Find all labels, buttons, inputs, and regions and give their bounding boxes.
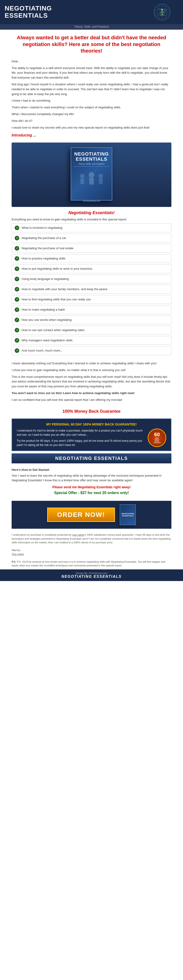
svg-rect-12 [80, 178, 84, 184]
more-p2: I show you how to gain negotiating skill… [12, 368, 171, 373]
order-now-button[interactable]: ORDER NOW! [47, 508, 115, 522]
check-icon: ✓ [15, 266, 19, 271]
check-icon: ✓ [15, 277, 19, 281]
order-area: ORDER NOW! NegotiatingEssentials [12, 501, 171, 529]
check-icon: ✓ [15, 348, 19, 353]
check-icon: ✓ [15, 328, 19, 332]
more-content: I leave absolutely nothing out! Everythi… [0, 359, 183, 407]
warmly-label: Warmly, [12, 548, 171, 552]
fine-print-p1: I understand my purchase is completely p… [12, 533, 171, 544]
globe-icon [146, 3, 178, 21]
letter-p6: How did I do it? [12, 119, 171, 124]
check-icon: ✓ [15, 226, 19, 230]
checklist-item: ✓ What is involved in negotiating [12, 223, 171, 232]
checklist-item: ✓ How to practice negotiating skills [12, 254, 171, 263]
order-book-cover-small: NegotiatingEssentials [120, 504, 136, 525]
check-icon: ✓ [15, 307, 19, 312]
checklist-item: ✓ Using body language in negotiating [12, 275, 171, 283]
check-icon: ✓ [15, 287, 19, 291]
guarantee-title: 100% Money Back Guarantee [63, 409, 120, 414]
book-cover-title: Negotiating Essentials [71, 148, 112, 163]
guarantee-box-text: I understand it's hard to decide to make… [17, 428, 144, 447]
checklist-text-1: What is involved in negotiating [22, 226, 63, 229]
letter-p3: I knew I had to do something. [12, 99, 171, 103]
header-title-block: Negotiating Essentials [5, 5, 52, 19]
check-icon: ✓ [15, 318, 19, 322]
more-p3: This is the most comprehensive report on… [12, 375, 171, 389]
checklist-text-7: How to negotiate with your family member… [22, 287, 107, 291]
checklist-item: ✓ How to find negotiating skills that yo… [12, 295, 171, 304]
checklist-item: ✓ How you use words when negotiating [12, 315, 171, 325]
cta-special-offer: Special Offer - $37 for next 20 orders o… [12, 491, 171, 495]
checklist-item: ✓ How to negotiate with your family memb… [12, 285, 171, 294]
product-title-text: Negotiating Essentials! [68, 210, 115, 215]
checklist-item: ✓ And much much, much more... [12, 346, 171, 355]
guarantee-box: MY PERSONAL 60 DAY 100% MONEY BACK GUARA… [12, 418, 171, 451]
checklist-text-5: How to put negotiating skills to work in… [22, 267, 92, 270]
checklist-item: ✓ Negotiating the purchase of a car [12, 234, 171, 242]
page-footer: Design By: PcheGroup.com Negotiating Ess… [0, 570, 183, 581]
checklist-text-9: How to make negotiating a habit [22, 308, 65, 311]
salutation: Dear , [12, 59, 171, 64]
book-cover-subtitle: Theory, Skills, and Practices [71, 163, 112, 165]
svg-rect-14 [89, 178, 94, 185]
checklist-text-12: Why managers need negotiation skills [22, 339, 73, 342]
guarantee-section: 100% Money Back Guarantee [0, 407, 183, 416]
cta-text: Yes! I want to learn the secrets of nego… [12, 473, 171, 483]
book-cover-divider [74, 166, 109, 167]
checklist-item: ✓ How to make negotiating a habit [12, 305, 171, 314]
ps-text: P.S. P.S. You'll be amazed at how simple… [12, 560, 171, 568]
checklist-text-8: How to find negotiating skills that you … [22, 298, 91, 301]
guarantee-box-title: MY PERSONAL 60 DAY 100% MONEY BACK GUARA… [17, 422, 166, 426]
header-title: Negotiating Essentials [5, 5, 52, 19]
book-area: Negotiating Essentials Theory, Skills, a… [12, 143, 171, 207]
check-icon: ✓ [15, 236, 19, 240]
cta-red-text: Please send me Negotiating Essentials ri… [12, 485, 171, 489]
checklist-intro: Everything you need to know to gain nego… [12, 218, 171, 221]
book-cover-url: AXXApublishing.com [71, 200, 112, 202]
checklist-text-4: How to practice negotiating skills [22, 257, 65, 260]
footer-design-credit: Design By: PcheGroup.com [2, 572, 181, 574]
footer-product-bar: Negotiating Essentials [12, 453, 171, 463]
hero-section: Always wanted to get a better deal but d… [0, 30, 183, 57]
footer-title: Negotiating Essentials [2, 574, 181, 579]
check-icon: ✓ [15, 246, 19, 251]
letter-p2: Not long ago I found myself in a situati… [12, 82, 171, 97]
page-header: Negotiating Essentials [0, 0, 183, 24]
your-name-label: Your name [12, 552, 171, 556]
checklist-item: ✓ How to use eye contact when negotiatin… [12, 326, 171, 334]
check-icon: ✓ [15, 338, 19, 343]
more-p4: I am so confident that you will love thi… [12, 398, 171, 402]
checklist-text-10: How you use words when negotiating [22, 318, 71, 321]
letter-body: Dear , The ability to negotiate is a ski… [0, 57, 183, 143]
intro-label: Introducing ... [12, 132, 171, 138]
checklist-text-3: Negotiating the purchase of real estate [22, 247, 73, 250]
guarantee-badge-days: 60 [154, 432, 160, 437]
checklist-item: ✓ How to put negotiating skills to work … [12, 264, 171, 273]
svg-point-15 [98, 174, 103, 178]
guarantee-badge: 60 DAY MONEY BACK GUARANTEE [148, 428, 166, 447]
letter-p1: The ability to negotiate is a skill whic… [12, 66, 171, 80]
your-name-ref: your name [72, 533, 84, 536]
header-subtitle-bar: Theory, Skills, and Practices [0, 24, 183, 30]
letter-p5: What I discovered completely changed my … [12, 112, 171, 117]
guarantee-box-content: I understand it's hard to decide to make… [17, 428, 166, 447]
book-cover: Negotiating Essentials Theory, Skills, a… [71, 147, 112, 200]
svg-rect-16 [99, 178, 103, 184]
checklist-text-11: How to use eye contact when negotiating … [22, 328, 85, 332]
checklist-area: Everything you need to know to gain nego… [0, 216, 183, 359]
cta-section: Here's How to Get Started: Yes! I want t… [0, 466, 183, 499]
check-icon: ✓ [15, 256, 19, 261]
checklist-text-6: Using body language in negotiating [22, 277, 69, 281]
more-p1: I leave absolutely nothing out! Everythi… [12, 361, 171, 366]
checklist-text-13: And much much, much more... [22, 349, 63, 352]
fine-print: I understand my purchase is completely p… [0, 531, 183, 570]
cta-heading: Here's How to Get Started: [12, 468, 171, 471]
letter-p4: That's when I started to read everything… [12, 105, 171, 110]
product-title-section: Negotiating Essentials! [0, 207, 183, 216]
book-cover-silhouette [71, 169, 112, 193]
check-icon: ✓ [15, 297, 19, 302]
checklist-text-2: Negotiating the purchase of a car [22, 236, 66, 240]
letter-p7: I would love to share my secrets with yo… [12, 125, 171, 130]
svg-point-11 [80, 174, 85, 178]
